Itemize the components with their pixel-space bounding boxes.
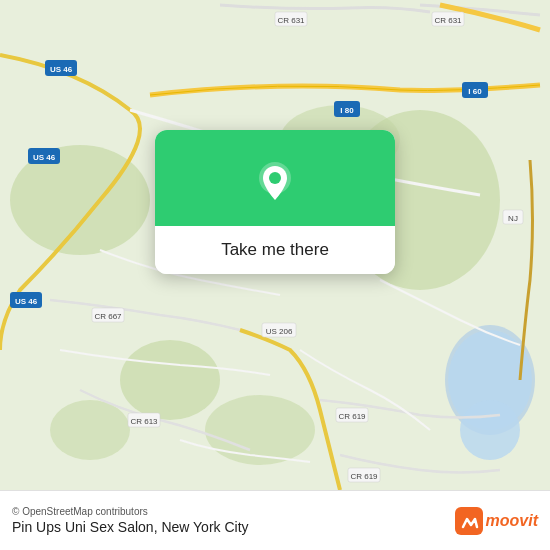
svg-text:CR 631: CR 631 — [277, 16, 305, 25]
svg-text:I 80: I 80 — [340, 106, 354, 115]
take-me-there-button[interactable]: Take me there — [155, 226, 395, 274]
svg-point-37 — [269, 172, 281, 184]
svg-text:CR 619: CR 619 — [350, 472, 378, 481]
svg-text:US 46: US 46 — [33, 153, 56, 162]
location-pin-icon — [251, 158, 299, 206]
moovit-logo: moovit — [455, 507, 538, 535]
svg-point-7 — [205, 395, 315, 465]
svg-text:US 206: US 206 — [266, 327, 293, 336]
popup-card: Take me there — [155, 130, 395, 274]
moovit-text: moovit — [486, 512, 538, 530]
svg-text:CR 613: CR 613 — [130, 417, 158, 426]
bottom-bar: © OpenStreetMap contributors Pin Ups Uni… — [0, 490, 550, 550]
moovit-logo-icon — [455, 507, 483, 535]
svg-point-9 — [460, 400, 520, 460]
place-name: Pin Ups Uni Sex Salon, New York City — [12, 519, 447, 535]
svg-text:CR 619: CR 619 — [338, 412, 366, 421]
svg-point-4 — [120, 340, 220, 420]
svg-text:CR 667: CR 667 — [94, 312, 122, 321]
osm-attribution: © OpenStreetMap contributors — [12, 506, 447, 517]
svg-text:CR 631: CR 631 — [434, 16, 462, 25]
svg-text:US 46: US 46 — [15, 297, 38, 306]
svg-point-6 — [50, 400, 130, 460]
svg-text:NJ: NJ — [508, 214, 518, 223]
svg-text:I 60: I 60 — [468, 87, 482, 96]
popup-green-section — [155, 130, 395, 226]
svg-text:US 46: US 46 — [50, 65, 73, 74]
map-container: US 46 US 46 US 46 I 80 I 60 CR 631 CR 63… — [0, 0, 550, 490]
